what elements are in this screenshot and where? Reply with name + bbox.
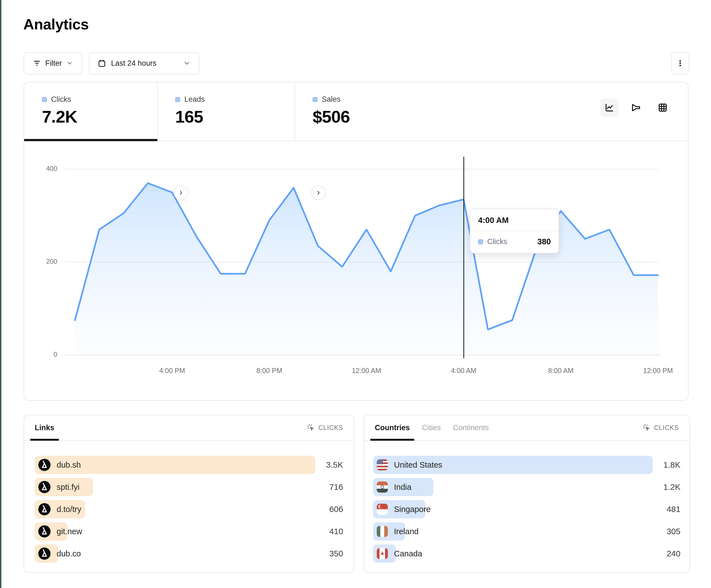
country-clicks-value: 305 <box>667 527 681 536</box>
link-row[interactable]: dub.co 350 <box>35 544 343 563</box>
line-chart-icon <box>604 103 615 113</box>
tab-links[interactable]: Links <box>35 415 55 440</box>
country-row[interactable]: Singapore 481 <box>373 500 681 518</box>
link-row[interactable]: git.new 410 <box>35 522 343 541</box>
stat-value: 7.2K <box>42 107 77 127</box>
link-label: spti.fyi <box>57 482 80 492</box>
countries-metric-label: CLICKS <box>654 424 679 432</box>
country-label: India <box>394 482 411 492</box>
country-row[interactable]: United States 1.8K <box>373 456 681 474</box>
country-row[interactable]: India 1.2K <box>373 478 681 496</box>
stat-tab-leads[interactable]: Leads 165 <box>157 82 295 141</box>
filter-button[interactable]: Filter <box>24 52 83 74</box>
leads-legend-swatch <box>175 97 180 102</box>
ireland-flag-icon <box>377 526 388 537</box>
x-tick: 4:00 AM <box>433 367 494 375</box>
left-accent-strip <box>0 0 1 588</box>
country-label: Canada <box>394 549 422 558</box>
tab-links-label: Links <box>35 424 55 432</box>
tab-continents[interactable]: Continents <box>453 415 489 440</box>
stat-label: Leads <box>184 95 205 104</box>
link-label: d.to/try <box>57 505 81 514</box>
india-flag-icon <box>377 481 388 493</box>
singapore-flag-icon <box>377 504 388 515</box>
x-tick: 8:00 PM <box>239 367 300 375</box>
expand-sales-button[interactable] <box>311 185 326 200</box>
x-tick: 8:00 AM <box>530 367 591 375</box>
country-label: United States <box>394 460 442 470</box>
tab-countries[interactable]: Countries <box>375 415 410 440</box>
country-row[interactable]: Canada 240 <box>373 544 681 563</box>
link-row[interactable]: spti.fyi 716 <box>35 478 343 496</box>
tab-continents-label: Continents <box>453 424 489 432</box>
tooltip-legend-swatch <box>478 239 483 244</box>
page-title: Analytics <box>23 16 89 33</box>
dub-logo-icon <box>38 481 50 493</box>
links-rows: dub.sh 3.5K spti.fyi 716 d.to/try 606 <box>24 441 354 563</box>
expand-leads-button[interactable] <box>174 185 188 200</box>
canada-flag-icon <box>377 548 388 559</box>
link-row[interactable]: d.to/try 606 <box>35 500 343 518</box>
country-label: Ireland <box>394 527 419 536</box>
tab-countries-label: Countries <box>375 424 410 432</box>
stat-value: $506 <box>313 107 350 127</box>
filter-lines-icon <box>33 59 41 67</box>
dub-logo-icon <box>38 525 50 538</box>
filter-button-label: Filter <box>45 59 62 68</box>
links-metric-header[interactable]: CLICKS <box>307 424 343 432</box>
link-clicks-value: 410 <box>329 527 343 536</box>
calendar-icon <box>98 59 106 67</box>
link-label: dub.co <box>57 549 81 558</box>
country-clicks-value: 1.8K <box>663 460 681 470</box>
tab-cities-label: Cities <box>422 424 441 432</box>
date-range-button[interactable]: Last 24 hours <box>89 52 199 74</box>
chart-area-fill <box>75 183 658 355</box>
dub-logo-icon <box>38 547 50 560</box>
funnel-view-button[interactable] <box>627 98 645 117</box>
cursor-click-icon <box>307 424 315 432</box>
kebab-menu-icon <box>676 59 684 67</box>
stat-tab-sales[interactable]: Sales $506 <box>295 82 432 141</box>
link-clicks-value: 350 <box>329 549 343 558</box>
table-view-button[interactable] <box>653 98 672 117</box>
active-stat-underline <box>24 139 157 141</box>
country-clicks-value: 481 <box>667 504 681 514</box>
link-clicks-value: 716 <box>329 482 343 492</box>
link-clicks-value: 3.5K <box>326 460 343 470</box>
date-range-label: Last 24 hours <box>111 59 156 68</box>
countries-rows: United States 1.8K India 1.2K Singapore … <box>364 441 689 563</box>
y-tick-0: 0 <box>24 350 57 358</box>
links-panel: Links CLICKS dub.sh 3.5K <box>24 415 354 573</box>
sales-legend-swatch <box>313 97 318 102</box>
cursor-click-icon <box>642 424 651 432</box>
dub-logo-icon <box>38 459 50 471</box>
x-tick: 12:00 PM <box>627 367 689 375</box>
country-label: Singapore <box>394 505 431 514</box>
stat-tab-clicks[interactable]: Clicks 7.2K <box>24 82 157 141</box>
tooltip-time: 4:00 AM <box>470 209 559 230</box>
countries-metric-header[interactable]: CLICKS <box>642 424 679 432</box>
link-row[interactable]: dub.sh 3.5K <box>35 456 343 474</box>
chart-tooltip: 4:00 AM Clicks 380 <box>470 208 559 253</box>
us-flag-icon <box>377 459 388 470</box>
line-chart-view-button[interactable] <box>600 98 619 117</box>
y-tick-400: 400 <box>24 165 57 173</box>
clicks-area-chart[interactable] <box>24 144 689 375</box>
country-row[interactable]: Ireland 305 <box>373 522 681 541</box>
links-metric-label: CLICKS <box>319 424 343 432</box>
tooltip-series-label: Clicks <box>487 238 507 246</box>
link-label: dub.sh <box>57 460 81 470</box>
countries-panel: Countries Cities Continents CLICKS <box>364 415 690 573</box>
dub-logo-icon <box>38 503 50 515</box>
grid-icon <box>658 103 668 113</box>
y-tick-200: 200 <box>24 258 57 266</box>
tooltip-value: 380 <box>538 237 551 246</box>
more-menu-button[interactable] <box>671 52 689 74</box>
stat-value: 165 <box>175 107 203 127</box>
tab-cities[interactable]: Cities <box>422 415 441 440</box>
link-clicks-value: 606 <box>329 504 343 514</box>
clicks-legend-swatch <box>42 97 47 102</box>
chart-view-toggles <box>600 98 672 117</box>
stat-label: Sales <box>322 95 341 104</box>
stat-label: Clicks <box>51 95 71 104</box>
